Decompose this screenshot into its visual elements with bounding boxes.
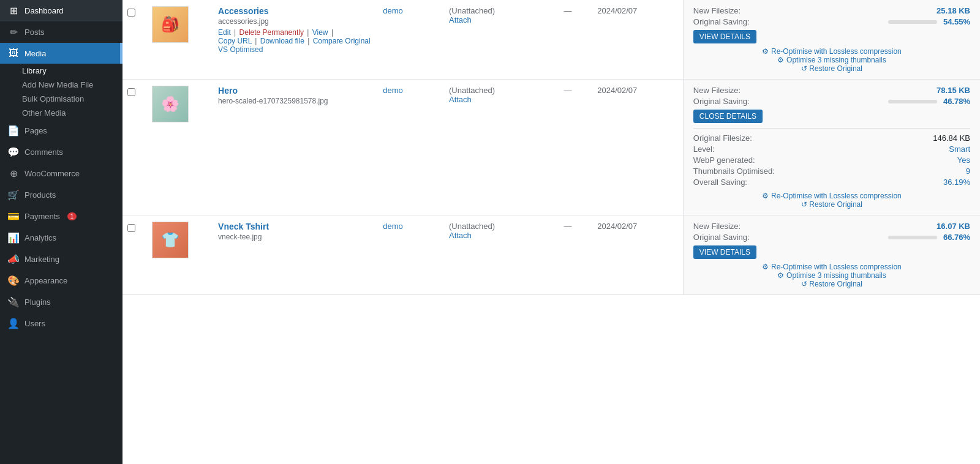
title-link-vneck[interactable]: Vneck Tshirt [218,222,269,231]
attached-label-accessories: (Unattached) [449,6,495,15]
pages-icon: 📄 [7,125,20,137]
attach-link-accessories[interactable]: Attach [449,15,538,24]
row-checkbox-hero[interactable] [127,88,135,96]
sidebar-item-label: Media [24,49,46,58]
marketing-icon: 📣 [7,253,20,265]
new-filesize-label-hero: New Filesize: [693,86,741,95]
original-filesize-label: Original Filesize: [693,133,752,143]
overall-saving-row: Overall Saving: 36.19% [693,178,970,187]
sidebar: ⊞ Dashboard ✏ Posts 🖼 Media Library Add … [0,0,123,464]
author-link-hero[interactable]: demo [383,86,403,95]
thumbnails-row: Thumbnails Optimised: 9 [693,167,970,176]
attached-cell-hero: (Unattached) Attach [444,80,543,215]
sidebar-item-media[interactable]: 🖼 Media [0,43,123,64]
view-details-button-accessories[interactable]: VIEW DETAILS [693,30,756,43]
view-link-accessories[interactable]: View [312,28,328,37]
optimise-thumbnails-link-vneck[interactable]: ⚙Optimise 3 missing thumbnails [693,271,970,280]
sidebar-sub-library[interactable]: Library [0,64,123,78]
optim-cell-hero: New Filesize: 78.15 KB Original Saving: … [683,80,980,215]
close-details-button-hero[interactable]: CLOSE DETAILS [693,110,763,123]
sidebar-item-posts[interactable]: ✏ Posts [0,21,123,43]
sidebar-item-label: Users [24,319,45,328]
sidebar-item-label: Payments [24,212,60,221]
original-saving-value-accessories: 54.55% [943,17,970,26]
woocommerce-icon: ⊕ [7,168,20,179]
view-details-button-vneck[interactable]: VIEW DETAILS [693,245,756,259]
row-checkbox-cell [123,80,147,215]
date-cell-hero: 2024/02/07 [592,80,683,215]
sidebar-item-analytics[interactable]: 📊 Analytics [0,227,123,249]
edit-link-accessories[interactable]: Edit [218,28,231,37]
original-saving-label-accessories: Original Saving: [693,17,750,26]
sidebar-item-woocommerce[interactable]: ⊕ WooCommerce [0,163,123,184]
sidebar-item-pages[interactable]: 📄 Pages [0,120,123,141]
webp-value: Yes [957,155,970,165]
row-checkbox-cell [123,215,147,295]
re-optimise-link-vneck[interactable]: ⚙Re-Optimise with Lossless compression [693,263,970,271]
title-link-hero[interactable]: Hero [218,86,238,95]
restore-link-vneck[interactable]: ↺ Restore Original [693,280,970,288]
row-actions-accessories: Edit | Delete Permanently | View | Copy … [218,28,373,54]
new-filesize-label-accessories: New Filesize: [693,6,741,15]
row-checkbox-accessories[interactable] [127,9,135,17]
author-cell-accessories: demo [378,0,444,80]
products-icon: 🛒 [7,189,20,201]
table-row: 🌸 Hero hero-scaled-e1707325981578.jpg de… [123,80,980,215]
attached-cell-accessories: (Unattached) Attach [444,0,543,80]
sidebar-item-plugins[interactable]: 🔌 Plugins [0,291,123,313]
sidebar-item-label: Dashboard [24,6,64,15]
sidebar-item-users[interactable]: 👤 Users [0,313,123,334]
download-link-accessories[interactable]: Download file [260,37,304,45]
bulk-label: Bulk Optimisation [22,94,84,103]
gear-icon-vneck-2: ⚙ [777,271,784,280]
details-section-hero: Original Filesize: 146.84 KB Level: Smar… [693,128,970,187]
author-link-accessories[interactable]: demo [383,6,403,15]
sidebar-item-label: Plugins [24,297,51,307]
sidebar-item-payments[interactable]: 💳 Payments 1 [0,206,123,227]
filename-vneck: vneck-tee.jpg [218,233,373,241]
gear-icon-2: ⚙ [777,56,784,64]
sidebar-sub-bulk[interactable]: Bulk Optimisation [0,92,123,106]
optimise-thumbnails-link-accessories[interactable]: ⚙Optimise 3 missing thumbnails [693,56,970,64]
thumbnails-label: Thumbnails Optimised: [693,167,775,176]
restore-link-hero[interactable]: ↺ Restore Original [693,200,970,209]
sidebar-item-label: Appearance [24,276,67,285]
title-link-accessories[interactable]: Accessories [218,6,269,16]
webp-label: WebP generated: [693,155,755,165]
gear-icon-hero: ⚙ [762,192,769,200]
title-cell-vneck: Vneck Tshirt vneck-tee.jpg [213,215,378,295]
restore-icon: ↺ [801,64,807,73]
sidebar-item-products[interactable]: 🛒 Products [0,184,123,206]
sidebar-item-marketing[interactable]: 📣 Marketing [0,249,123,270]
title-cell-hero: Hero hero-scaled-e1707325981578.jpg [213,80,378,215]
row-checkbox-vneck[interactable] [127,224,135,232]
progress-bar-vneck [888,236,937,239]
new-filesize-row-hero: New Filesize: 78.15 KB [693,86,970,95]
restore-link-accessories[interactable]: ↺ Restore Original [693,64,970,73]
sidebar-item-appearance[interactable]: 🎨 Appearance [0,270,123,291]
plugins-icon: 🔌 [7,296,20,308]
overall-label: Overall Saving: [693,178,747,187]
copy-url-link-accessories[interactable]: Copy URL [218,37,252,45]
re-optimise-link-hero[interactable]: ⚙Re-Optimise with Lossless compression [693,192,970,200]
thumbnail-cell: 🎒 [147,0,213,80]
webp-row: WebP generated: Yes [693,155,970,165]
sidebar-sub-other-media[interactable]: Other Media [0,106,123,120]
filename-hero: hero-scaled-e1707325981578.jpg [218,97,373,105]
restore-icon-vneck: ↺ [801,280,807,288]
sidebar-sub-add-new[interactable]: Add New Media File [0,78,123,92]
media-icon: 🖼 [7,48,20,59]
main-content: 🎒 Accessories accessories.jpg Edit | Del… [123,0,980,464]
re-optimise-link-accessories[interactable]: ⚙Re-Optimise with Lossless compression [693,47,970,56]
analytics-icon: 📊 [7,232,20,244]
attach-link-vneck[interactable]: Attach [449,231,538,240]
sidebar-item-label: WooCommerce [24,169,80,178]
author-link-vneck[interactable]: demo [383,222,403,231]
level-value: Smart [949,144,970,154]
sidebar-item-dashboard[interactable]: ⊞ Dashboard [0,0,123,21]
attach-link-hero[interactable]: Attach [449,95,538,104]
sidebar-item-label: Comments [24,148,63,157]
delete-link-accessories[interactable]: Delete Permanently [239,28,304,37]
original-saving-label-hero: Original Saving: [693,97,750,106]
sidebar-item-comments[interactable]: 💬 Comments [0,141,123,163]
